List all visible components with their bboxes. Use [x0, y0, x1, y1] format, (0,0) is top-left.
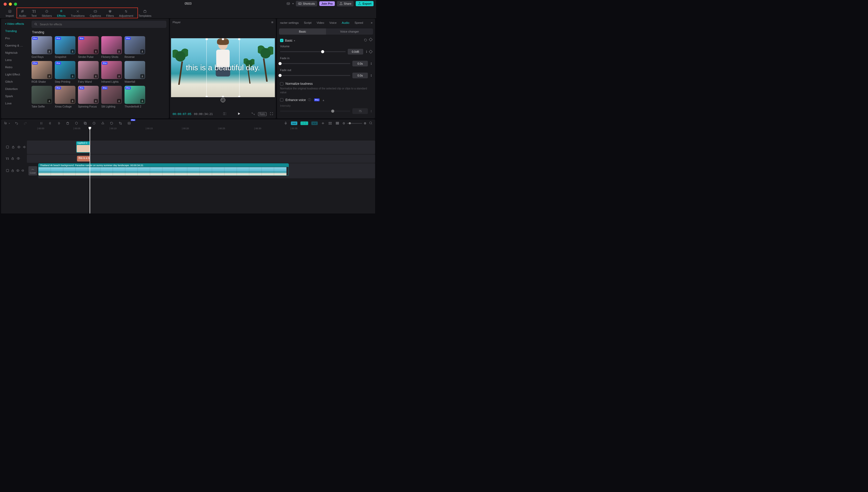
undo-icon[interactable]: [15, 121, 19, 125]
zoom-fit-icon[interactable]: [369, 121, 373, 126]
window-traffic-lights[interactable]: [4, 3, 17, 6]
effect-infrared-lights[interactable]: ProInfrared Lights: [101, 61, 122, 83]
enhance-voice-toggle[interactable]: Enhance voice ⓘ Pro ▴: [280, 98, 372, 102]
category-light-effect[interactable]: Light Effect: [3, 71, 27, 77]
timeline-ruler[interactable]: | 00:00| 00:05| 00:10| 00:15| 00:20| 00:…: [37, 127, 375, 132]
track-lock-icon[interactable]: [11, 169, 15, 173]
share-button[interactable]: Share: [337, 1, 354, 6]
download-icon[interactable]: [117, 49, 121, 53]
volume-slider[interactable]: [280, 50, 346, 53]
search-effects-input[interactable]: [31, 21, 167, 28]
track-lock-icon[interactable]: [11, 156, 15, 161]
effect-rgb-shake[interactable]: ProRGB Shake: [31, 61, 52, 83]
fullscreen-icon[interactable]: [270, 112, 273, 116]
volume-stepper[interactable]: ▲▼: [366, 50, 367, 53]
download-icon[interactable]: [71, 99, 75, 103]
preview-canvas[interactable]: this is a beautiful day.: [171, 38, 275, 97]
normalize-loudness-toggle[interactable]: Normalize loudness: [280, 82, 372, 85]
category-retro[interactable]: Retro: [3, 64, 27, 70]
split-right-icon[interactable]: [57, 121, 61, 125]
track-visibility-icon[interactable]: [17, 156, 20, 161]
download-icon[interactable]: [140, 49, 145, 53]
effect-flickery-shots[interactable]: Flickery Shots: [101, 36, 122, 58]
search-input-field[interactable]: [39, 23, 164, 26]
subtab-voice-changer[interactable]: Voice changer: [326, 28, 373, 34]
fadein-stepper[interactable]: ▲▼: [371, 62, 372, 65]
minimize-window-icon[interactable]: [9, 3, 12, 6]
category-pro[interactable]: Pro: [3, 35, 27, 41]
reset-icon[interactable]: [364, 38, 367, 43]
download-icon[interactable]: [117, 99, 121, 103]
effect-god-rays[interactable]: ProGod Rays: [31, 36, 52, 58]
inspector-tab-script[interactable]: Script: [302, 20, 313, 26]
category-trending[interactable]: Trending: [3, 28, 27, 34]
video-clip[interactable]: Thailand 4k beach background. Paradise n…: [38, 163, 289, 176]
track-visibility-icon[interactable]: [16, 169, 20, 173]
track-type-icon[interactable]: [6, 145, 9, 150]
download-icon[interactable]: [117, 74, 121, 78]
selection-box[interactable]: [206, 39, 239, 97]
effect-thunderbolt-2[interactable]: ProThunderbolt 2: [125, 86, 145, 108]
join-pro-button[interactable]: Join Pro: [319, 1, 335, 6]
effect-fairy-wand[interactable]: Fairy Wand: [78, 61, 99, 83]
effect-strobe-pulse[interactable]: ProStrobe Pulse: [78, 36, 99, 58]
rotate-handle-icon[interactable]: [221, 98, 225, 102]
subtab-basic[interactable]: Basic: [279, 28, 326, 34]
marker-icon[interactable]: [74, 121, 79, 125]
snap-pill-1[interactable]: ⟷: [291, 121, 297, 125]
normalize-checkbox-icon[interactable]: [280, 82, 283, 85]
basic-checkbox-icon[interactable]: ✓: [280, 39, 283, 42]
fadeout-value[interactable]: 0.0s: [352, 73, 368, 78]
inspector-tab-speed[interactable]: Speed: [352, 20, 365, 26]
category-love[interactable]: Love: [3, 100, 27, 106]
track-mute-icon[interactable]: [23, 145, 26, 150]
download-icon[interactable]: [47, 49, 51, 53]
track-visibility-icon[interactable]: [17, 145, 21, 150]
player-menu-icon[interactable]: ≡: [271, 20, 273, 24]
ai-tool-icon[interactable]: Pro: [127, 121, 131, 125]
maximize-window-icon[interactable]: [14, 3, 17, 6]
fadein-slider[interactable]: [280, 62, 350, 65]
expand-tracks-icon[interactable]: [335, 121, 339, 125]
download-icon[interactable]: [140, 99, 145, 103]
basic-section-header[interactable]: ✓ Basic ▴: [280, 38, 372, 43]
compare-icon[interactable]: [223, 112, 227, 116]
volume-value[interactable]: 0.0dB: [348, 49, 363, 54]
download-icon[interactable]: [47, 99, 51, 103]
effect-snapshot[interactable]: ProSnapshot: [55, 36, 75, 58]
inspector-tab-audio[interactable]: Audio: [340, 20, 351, 26]
toolbar-audio[interactable]: Audio: [16, 8, 29, 18]
mask-icon[interactable]: [101, 121, 105, 125]
split-icon[interactable]: [39, 121, 43, 125]
fadeout-slider[interactable]: [280, 74, 350, 77]
rotate-icon[interactable]: [109, 121, 114, 125]
shortcuts-button[interactable]: Shortcuts: [296, 1, 317, 6]
info-icon[interactable]: ⓘ: [308, 98, 311, 102]
track-lock-icon[interactable]: [11, 145, 15, 150]
close-window-icon[interactable]: [4, 3, 7, 6]
enhance-checkbox-icon[interactable]: [280, 98, 283, 102]
playhead[interactable]: [90, 128, 90, 214]
effect-slit-lighting[interactable]: ProSlit Lighting: [101, 86, 122, 108]
toolbar-stickers[interactable]: Stickers: [39, 8, 54, 18]
volume-keyframe-icon[interactable]: [369, 50, 373, 53]
effect-step-printing[interactable]: ProStep Printing: [55, 61, 75, 83]
inspector-tab-racter-settings[interactable]: racter settings: [278, 20, 301, 26]
zoom-control[interactable]: ⊖ ⊕: [342, 121, 373, 126]
effect-waterfall[interactable]: Waterfall: [125, 61, 145, 83]
toolbar-transitions[interactable]: Transitions: [68, 8, 87, 18]
zoom-out-icon[interactable]: ⊖: [342, 121, 345, 125]
align-icon[interactable]: [321, 121, 325, 125]
toolbar-import[interactable]: Import: [3, 8, 16, 18]
fadein-value[interactable]: 0.0s: [352, 61, 368, 67]
toolbar-text[interactable]: TIText: [29, 8, 39, 18]
category-glitch[interactable]: Glitch: [3, 78, 27, 85]
category-distortion[interactable]: Distortion: [3, 86, 27, 92]
download-icon[interactable]: [71, 49, 75, 53]
ratio-button[interactable]: Ratio: [258, 112, 266, 116]
toolbar-adjustment[interactable]: Adjustment: [117, 8, 136, 18]
download-icon[interactable]: [47, 74, 51, 78]
keyframe-icon[interactable]: [369, 38, 373, 41]
snap-pill-3[interactable]: ⟷: [311, 121, 318, 125]
zoom-in-icon[interactable]: ⊕: [364, 121, 366, 125]
